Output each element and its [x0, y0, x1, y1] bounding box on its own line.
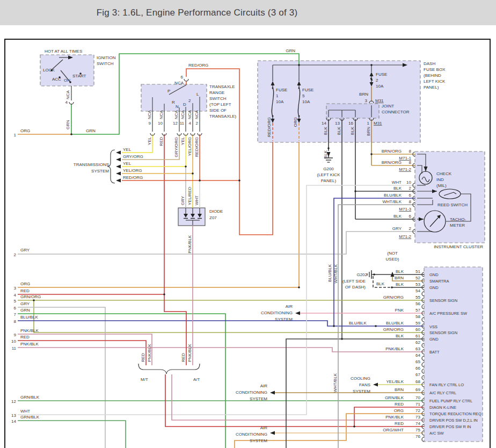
label: SENSOR SIGN: [429, 298, 457, 303]
label: 1: [14, 133, 17, 138]
label: 3: [14, 286, 17, 291]
label: 53: [415, 282, 420, 287]
label: BLK: [323, 126, 328, 135]
junction-dot: [353, 425, 355, 428]
label: 8: [409, 199, 412, 204]
label: 5: [14, 299, 17, 304]
label: START: [72, 74, 86, 78]
label: BRN: [395, 387, 404, 392]
label: FUEL PUMP RLY CTRL: [429, 399, 472, 403]
label: REED SWITCH: [437, 203, 468, 207]
label: RED/ORG: [123, 175, 143, 180]
label: NCA: [174, 81, 184, 85]
label: 67: [415, 372, 420, 377]
label: 54: [415, 288, 420, 293]
label: 63: [415, 346, 420, 351]
label: RED/ORG: [267, 117, 272, 137]
label: PNK/BLK: [187, 235, 192, 253]
junction-dot: [238, 179, 240, 182]
junction-dot: [199, 179, 201, 182]
label: GRN: [286, 48, 295, 53]
label: 10: [406, 180, 411, 185]
label: CONDITIONING: [261, 310, 293, 315]
label: D: [183, 102, 186, 107]
label: 5: [302, 93, 305, 98]
junction-dot: [163, 293, 165, 295]
label: NCA: [159, 110, 164, 119]
label: YEL/ORG: [123, 168, 142, 173]
label: ORG: [20, 128, 30, 133]
label: BRN/ORG: [382, 149, 402, 154]
label: PANEL): [321, 178, 337, 183]
label: LEFT KICK: [424, 79, 446, 84]
label: SYSTEM: [353, 389, 370, 394]
label: WHT: [194, 196, 199, 205]
label: 74: [415, 421, 420, 426]
label: PANEL): [424, 85, 439, 90]
label: DRIVER POS SW D,2,L IN: [429, 418, 478, 423]
label: PNK/BLK: [385, 415, 404, 420]
label: 73: [415, 415, 420, 420]
label: 10A: [302, 99, 310, 104]
label: 60: [415, 327, 420, 332]
label: YEL/RED: [187, 187, 192, 205]
title-bar: Fig 3: 1.6L, Engine Performance Circuits…: [0, 0, 496, 25]
junction-dot: [373, 273, 375, 276]
label: GRN/ORG: [20, 294, 41, 299]
label: WHT/BLK: [333, 264, 338, 283]
label: 10A: [376, 84, 384, 89]
label: PNK/BLK: [20, 342, 39, 346]
label: SMARTRA: [429, 279, 449, 284]
label: GRN/BLK: [385, 395, 404, 400]
label: SWITCH: [97, 61, 114, 66]
label: PNK/BLK: [187, 344, 192, 362]
label: AIR: [260, 425, 268, 430]
junction-dot: [327, 147, 330, 149]
label: IND: [436, 177, 444, 182]
junction-dot: [391, 286, 393, 288]
label: M31: [374, 121, 382, 126]
label: Z07: [209, 215, 217, 220]
label: 10A: [276, 99, 284, 104]
label: 14: [322, 121, 326, 126]
label: 3: [365, 98, 368, 103]
label: 62: [415, 340, 420, 345]
label: (BEHIND: [424, 73, 441, 78]
wiring-diagram: HOT AT ALL TIMESIGNITIONSWITCHLOCKACCONS…: [0, 25, 496, 448]
label: A/C PRESSURE SW: [429, 311, 468, 316]
label: COOLING: [351, 376, 370, 381]
label: AIR: [260, 384, 268, 388]
label: GND: [429, 285, 439, 290]
label: ON: [64, 78, 70, 83]
label: TRANSAXLE): [209, 114, 237, 119]
junction-dot: [333, 325, 335, 327]
label: PNK/BLK: [20, 328, 39, 333]
junction-dot: [298, 286, 300, 288]
label: BRN: [366, 127, 371, 136]
label: BLU/BLK: [386, 321, 404, 326]
label: 11: [12, 346, 17, 351]
label: GRN: [65, 120, 70, 129]
label: GRY: [20, 301, 30, 306]
label: CONDITIONING: [236, 390, 267, 395]
label: 13: [11, 413, 16, 418]
label: YEL/ORG: [187, 137, 192, 156]
label: BATT: [429, 350, 440, 355]
label: SYSTEM: [91, 169, 109, 174]
label: 9: [14, 333, 17, 337]
label: ORG: [394, 408, 404, 413]
label: WHT/BLK: [333, 373, 338, 392]
label: M71-2: [399, 167, 411, 172]
label: 2: [196, 121, 199, 126]
component-box: [141, 84, 207, 111]
label: RED: [395, 402, 404, 407]
label: 6: [409, 214, 412, 219]
label: 11: [180, 121, 185, 126]
label: TACHO-: [450, 217, 466, 222]
junction-dot: [370, 153, 373, 155]
label: NCA: [174, 110, 179, 119]
label: BLK: [350, 126, 355, 135]
label: GRN/BLK: [20, 395, 40, 400]
label: GRN: [86, 128, 96, 133]
label: CHECK: [436, 171, 452, 176]
